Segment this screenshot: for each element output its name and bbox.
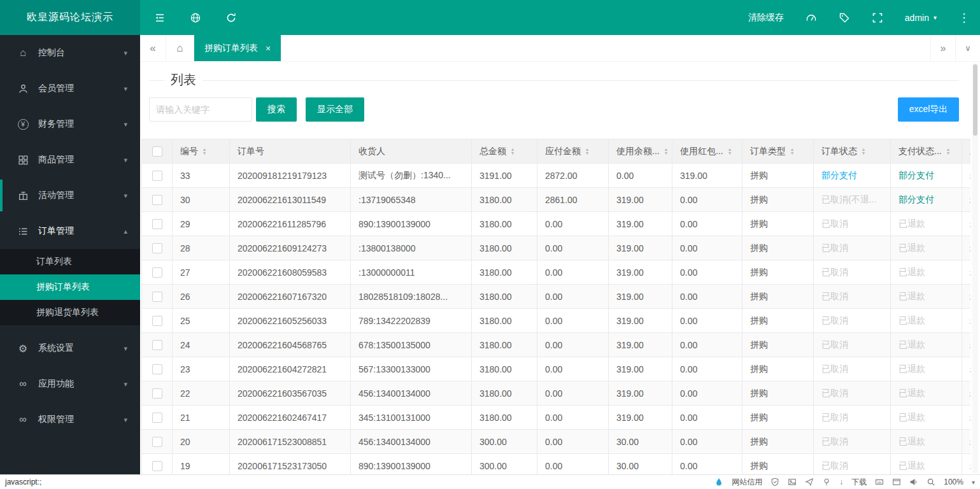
cell-balance: 319.00 [609, 333, 672, 357]
user-menu[interactable]: admin ▾ [905, 13, 937, 23]
cell-order-type: 拼购 [742, 285, 814, 309]
app-logo[interactable]: 欧皇源码论坛演示 [0, 0, 140, 35]
sidebar-subitem-group-return-list[interactable]: 拼购退货单列表 [0, 300, 140, 325]
sidebar-subitem-order-list[interactable]: 订单列表 [0, 249, 140, 274]
cell-balance: 319.00 [609, 406, 672, 430]
sidebar-item-system[interactable]: ⚙ 系统设置 ▾ [0, 330, 140, 366]
sort-icons[interactable]: ▲▼ [946, 148, 951, 155]
column-header[interactable]: 支付状态...▲▼ [891, 139, 962, 164]
sidebar-item-activity[interactable]: 活动管理 ▾ [0, 178, 140, 213]
cell-receiver: 测试号（勿删）:1340... [351, 164, 472, 188]
cell-order-type: 拼购 [742, 406, 814, 430]
row-checkbox[interactable] [152, 219, 162, 229]
keyboard-icon[interactable] [875, 478, 884, 486]
home-tab[interactable]: ⌂ [166, 35, 194, 61]
gauge-icon[interactable] [806, 12, 817, 24]
tabs-scroll-left-button[interactable]: « [140, 35, 166, 61]
row-checkbox[interactable] [152, 195, 162, 205]
column-header[interactable]: 订单状态▲▼ [814, 139, 891, 164]
search-button[interactable]: 搜索 [256, 97, 297, 122]
search-icon[interactable] [927, 478, 935, 486]
zoom-level[interactable]: 100% [944, 478, 963, 486]
sort-icons[interactable]: ▲▼ [202, 148, 207, 155]
download-label[interactable]: 下载 [851, 477, 867, 488]
window-icon[interactable] [892, 478, 901, 486]
cell-receiver: :13000000011 [351, 260, 472, 285]
sidebar-item-orders[interactable]: 订单管理 ▴ [0, 213, 140, 249]
cell-order-no: 202006221604568765 [230, 333, 351, 357]
tab-close-icon[interactable]: × [266, 43, 271, 53]
row-checkbox[interactable] [152, 267, 162, 278]
cell-order-type: 拼购 [742, 430, 814, 454]
cell-order-status: 已取消 [814, 381, 891, 406]
pin-icon[interactable] [822, 478, 831, 486]
cell-id: 19 [173, 454, 230, 475]
table-row: 28202006221609124273:138001380003180.000… [142, 236, 971, 260]
sidebar-item-console[interactable]: ⌂ 控制台 ▾ [0, 35, 140, 71]
tabs-scroll-right-button[interactable]: » [930, 35, 955, 61]
globe-icon[interactable] [190, 12, 201, 24]
active-tab[interactable]: 拼购订单列表 × [194, 35, 281, 61]
tabs-menu-button[interactable]: ∨ [955, 35, 980, 61]
row-checkbox[interactable] [152, 340, 162, 350]
cell-ship-status: 未发货 [962, 430, 971, 454]
refresh-icon[interactable] [225, 12, 237, 24]
cell-receiver: :13800138000 [351, 236, 472, 260]
clear-cache-button[interactable]: 清除缓存 [748, 12, 784, 24]
sidebar-item-permissions[interactable]: ∞ 权限管理 ▾ [0, 402, 140, 437]
cell-ship-status: 未发货 [962, 285, 971, 309]
sort-icons[interactable]: ▲▼ [585, 148, 590, 155]
row-checkbox[interactable] [152, 243, 162, 253]
statusbar-link-hint: javascript:; [5, 478, 41, 486]
fullscreen-icon[interactable] [872, 12, 883, 24]
column-header[interactable]: 订单类型▲▼ [742, 139, 814, 164]
column-header[interactable]: 发货状态▲▼ [962, 139, 971, 164]
sort-icons[interactable]: ▲▼ [510, 148, 515, 155]
search-input[interactable] [149, 97, 252, 122]
column-header[interactable]: 总金额▲▼ [472, 139, 537, 164]
tag-icon[interactable] [839, 12, 850, 24]
sort-icons[interactable]: ▲▼ [727, 148, 732, 155]
content-scrollbar[interactable] [972, 63, 978, 473]
speaker-icon[interactable] [909, 478, 918, 486]
yen-coin-icon: ¥ [17, 119, 29, 130]
sidebar-subitem-group-order-list[interactable]: 拼购订单列表 [0, 274, 140, 300]
sidebar-item-members[interactable]: 会员管理 ▾ [0, 71, 140, 106]
column-header[interactable]: 应付金额▲▼ [537, 139, 609, 164]
chevron-down-icon[interactable]: ▾ [972, 479, 975, 486]
column-header[interactable]: 编号▲▼ [173, 139, 230, 164]
more-menu-icon[interactable]: ⋮ [958, 11, 970, 25]
cell-order-status[interactable]: 部分支付 [814, 164, 891, 188]
menu-fold-icon[interactable] [154, 12, 166, 24]
column-header[interactable]: 使用红包...▲▼ [672, 139, 742, 164]
select-all-checkbox[interactable] [152, 146, 162, 157]
show-all-button[interactable]: 显示全部 [306, 97, 364, 122]
row-checkbox[interactable] [152, 364, 162, 374]
row-checkbox[interactable] [152, 316, 162, 326]
droplet-icon[interactable] [714, 478, 723, 486]
sort-icons[interactable]: ▲▼ [861, 148, 866, 155]
shield-icon[interactable] [771, 478, 779, 486]
image-icon[interactable] [788, 478, 797, 486]
row-checkbox[interactable] [152, 413, 162, 423]
row-checkbox[interactable] [152, 292, 162, 302]
row-checkbox[interactable] [152, 171, 162, 181]
orders-table: 编号▲▼订单号收货人总金额▲▼应付金额▲▼使用余额...▲▼使用红包...▲▼订… [141, 139, 970, 474]
row-checkbox[interactable] [152, 437, 162, 447]
scrollbar-thumb[interactable] [973, 64, 977, 136]
download-arrow-icon[interactable]: ↓ [839, 478, 843, 486]
send-icon[interactable] [805, 478, 814, 486]
cell-order-type: 拼购 [742, 357, 814, 381]
cell-payable: 0.00 [537, 357, 609, 381]
sidebar-item-goods[interactable]: 商品管理 ▾ [0, 142, 140, 178]
excel-export-button[interactable]: excel导出 [898, 97, 959, 122]
sort-icons[interactable]: ▲▼ [790, 148, 795, 155]
row-checkbox[interactable] [152, 461, 162, 471]
row-checkbox[interactable] [152, 388, 162, 399]
sidebar-item-apps[interactable]: ∞ 应用功能 ▾ [0, 366, 140, 402]
site-credit-label[interactable]: 网站信用 [732, 477, 762, 488]
sidebar-item-finance[interactable]: ¥ 财务管理 ▾ [0, 106, 140, 142]
sort-icons[interactable]: ▲▼ [664, 148, 669, 155]
cell-red-packet: 0.00 [672, 260, 742, 285]
column-header[interactable]: 使用余额...▲▼ [609, 139, 672, 164]
